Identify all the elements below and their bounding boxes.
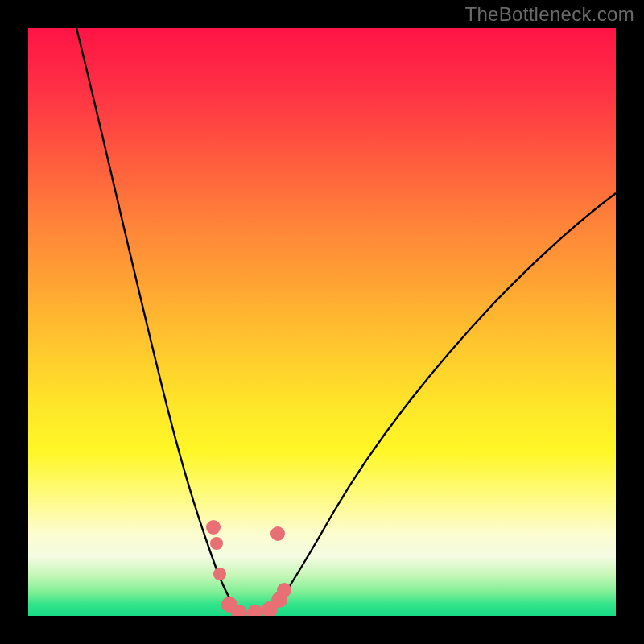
marker — [206, 520, 221, 535]
chart-frame: TheBottleneck.com — [0, 0, 644, 644]
marker — [210, 537, 223, 550]
watermark-text: TheBottleneck.com — [464, 3, 634, 26]
plot-area — [28, 28, 616, 616]
marker — [213, 568, 226, 580]
marker-group — [206, 520, 291, 616]
curve-layer — [28, 28, 616, 616]
marker — [270, 526, 285, 541]
curve-right — [270, 193, 616, 616]
marker — [247, 605, 263, 616]
marker — [277, 583, 291, 597]
